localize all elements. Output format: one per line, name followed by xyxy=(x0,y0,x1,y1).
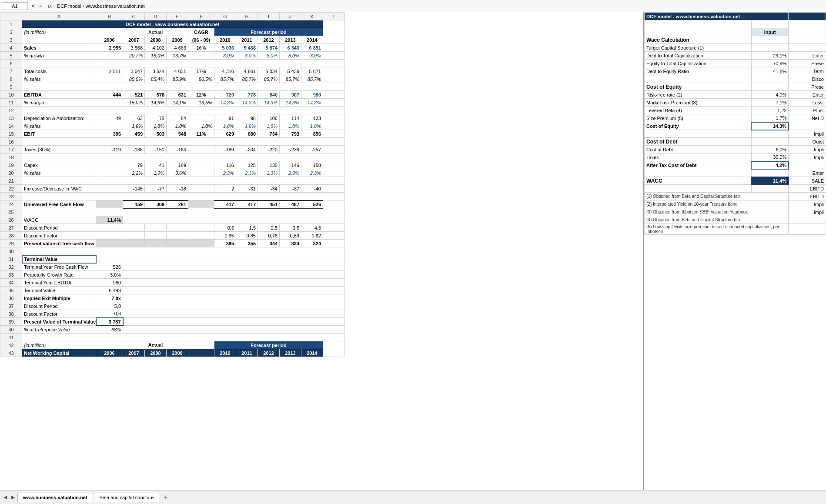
r7-g[interactable]: -4 316 xyxy=(214,67,236,75)
tab-add[interactable]: + xyxy=(160,493,171,502)
r10-c[interactable]: 521 xyxy=(123,91,145,99)
r5-d[interactable]: 15,0% xyxy=(145,52,167,60)
r34-a[interactable]: Terminal Year EBITDA xyxy=(22,279,96,287)
r22-j[interactable]: -37 xyxy=(280,185,301,193)
r15-i[interactable]: 734 xyxy=(258,130,280,138)
r7-e[interactable]: -4 031 xyxy=(167,67,188,75)
r14-h[interactable]: 1,8% xyxy=(236,122,258,130)
r14-j[interactable]: 1,8% xyxy=(280,122,301,130)
r13-a[interactable]: Depreciation & Amortization: xyxy=(22,114,96,122)
r36-a[interactable]: Implied Exit Multiple xyxy=(22,294,96,302)
r11-g[interactable]: 14,3% xyxy=(214,99,236,107)
r40-a[interactable]: % of Enterprise Value xyxy=(22,326,96,334)
r28-h[interactable]: 0,85 xyxy=(236,232,258,240)
r17-b[interactable]: -119 xyxy=(96,146,123,154)
r29-g[interactable]: 395 xyxy=(214,240,236,247)
r13-e[interactable]: -84 xyxy=(167,114,188,122)
r33-b[interactable]: 3,0% xyxy=(96,271,123,279)
r8-g[interactable]: 85,7% xyxy=(214,75,236,83)
r32-a[interactable]: Terminal Year Free Cash Flow xyxy=(22,263,96,271)
r28-j[interactable]: 0,69 xyxy=(280,232,301,240)
r20-j[interactable]: 2,3% xyxy=(280,169,301,177)
r8-h[interactable]: 85,7% xyxy=(236,75,258,83)
r15-a[interactable]: EBIT xyxy=(22,130,96,138)
r15-b[interactable]: 396 xyxy=(96,130,123,138)
r10-e[interactable]: 631 xyxy=(167,91,188,99)
r17-g[interactable]: -189 xyxy=(214,146,236,154)
r24-c[interactable]: 159 xyxy=(123,200,145,208)
col-header-k[interactable]: K xyxy=(301,13,323,20)
r7-j[interactable]: -5 436 xyxy=(280,67,301,75)
r8-j[interactable]: 85,7% xyxy=(280,75,301,83)
r19-e[interactable]: -169 xyxy=(167,161,188,169)
r11-e[interactable]: 14,1% xyxy=(167,99,188,107)
r7-k[interactable]: -5 871 xyxy=(301,67,323,75)
r17-h[interactable]: -204 xyxy=(236,146,258,154)
r13-g[interactable]: -91 xyxy=(214,114,236,122)
r19-h[interactable]: -125 xyxy=(236,161,258,169)
r10-j[interactable]: 907 xyxy=(280,91,301,99)
r31-a[interactable]: Terminal Value xyxy=(22,255,96,263)
r19-g[interactable]: -116 xyxy=(214,161,236,169)
cell-reference[interactable] xyxy=(2,2,28,10)
r27-k[interactable]: 4,5 xyxy=(301,224,323,232)
r10-b[interactable]: 444 xyxy=(96,91,123,99)
r20-e[interactable]: 3,6% xyxy=(167,169,188,177)
r24-g[interactable]: 417 xyxy=(214,200,236,208)
r5-i[interactable]: 8,0% xyxy=(258,52,280,60)
r38-a[interactable]: Discount Factor xyxy=(22,310,96,318)
r19-k[interactable]: -158 xyxy=(301,161,323,169)
r10-a[interactable]: EBITDA xyxy=(22,91,96,99)
r4-k[interactable]: 6 851 xyxy=(301,44,323,52)
r11-c[interactable]: 15,0% xyxy=(123,99,145,107)
r13-j[interactable]: -114 xyxy=(280,114,301,122)
col-header-c[interactable]: C xyxy=(123,13,145,20)
col-header-h[interactable]: H xyxy=(236,13,258,20)
r13-h[interactable]: -98 xyxy=(236,114,258,122)
col-header-d[interactable]: D xyxy=(145,13,167,20)
r4-a[interactable]: Sales xyxy=(22,44,96,52)
r22-i[interactable]: -34 xyxy=(258,185,280,193)
r8-d[interactable]: 85,4% xyxy=(145,75,167,83)
r22-h[interactable]: -31 xyxy=(236,185,258,193)
grid-area[interactable]: A B C D E F G H I J K L xyxy=(0,12,643,490)
r11-a[interactable]: % margin xyxy=(22,99,96,107)
r14-i[interactable]: 1,8% xyxy=(258,122,280,130)
r32-b[interactable]: 526 xyxy=(96,263,123,271)
r17-i[interactable]: -220 xyxy=(258,146,280,154)
main-title[interactable]: DCF model - www.business-valuation.net xyxy=(22,20,323,28)
r19-a[interactable]: Capex xyxy=(22,161,96,169)
r7-c[interactable]: -3 047 xyxy=(123,67,145,75)
col-header-j[interactable]: J xyxy=(280,13,301,20)
r7-a[interactable]: Total costs xyxy=(22,67,96,75)
col-header-l[interactable]: L xyxy=(323,13,345,20)
r17-e[interactable]: -164 xyxy=(167,146,188,154)
r8-i[interactable]: 85,7% xyxy=(258,75,280,83)
r38-b[interactable]: 0,6 xyxy=(96,310,123,318)
r36-b[interactable]: 7,0x xyxy=(96,294,123,302)
r35-b[interactable]: 6 483 xyxy=(96,287,123,294)
r24-i[interactable]: 451 xyxy=(258,200,280,208)
r8-k[interactable]: 85,7% xyxy=(301,75,323,83)
r29-h[interactable]: 355 xyxy=(236,240,258,247)
r35-a[interactable]: Terminal Value xyxy=(22,287,96,294)
r13-c[interactable]: -63 xyxy=(123,114,145,122)
r37-b[interactable]: 5,0 xyxy=(96,302,123,310)
r43-a[interactable]: Net Working Capital xyxy=(22,349,96,357)
r27-i[interactable]: 2,5 xyxy=(258,224,280,232)
r27-j[interactable]: 3,5 xyxy=(280,224,301,232)
r7-b[interactable]: -2 511 xyxy=(96,67,123,75)
r5-k[interactable]: 8,0% xyxy=(301,52,323,60)
r22-e[interactable]: -18 xyxy=(167,185,188,193)
col-header-i[interactable]: I xyxy=(258,13,280,20)
r13-d[interactable]: -75 xyxy=(145,114,167,122)
r24-h[interactable]: 417 xyxy=(236,200,258,208)
r19-d[interactable]: -41 xyxy=(145,161,167,169)
r20-i[interactable]: 2,3% xyxy=(258,169,280,177)
r11-d[interactable]: 14,6% xyxy=(145,99,167,107)
r11-h[interactable]: 14,3% xyxy=(236,99,258,107)
r13-i[interactable]: -106 xyxy=(258,114,280,122)
r39-b[interactable]: 3 787 xyxy=(96,318,123,326)
r2-a[interactable]: (in million) xyxy=(22,28,96,36)
r42-a[interactable]: (in million) xyxy=(22,341,96,349)
